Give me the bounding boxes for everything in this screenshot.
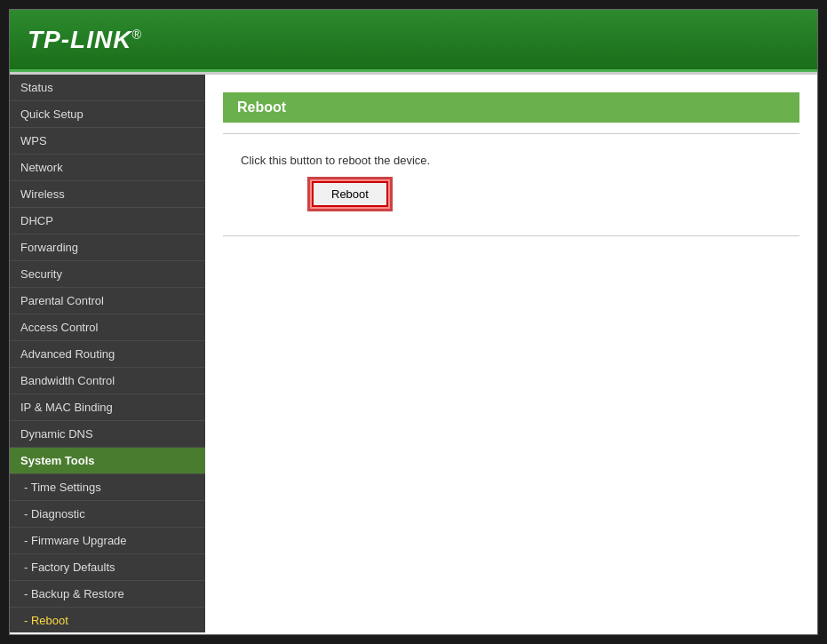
reboot-button-wrapper: Reboot — [205, 176, 817, 225]
sidebar-item-time-settings[interactable]: - Time Settings — [10, 474, 205, 501]
sidebar-item-factory-defaults[interactable]: - Factory Defaults — [10, 554, 205, 581]
sidebar-item-wps[interactable]: WPS — [10, 128, 205, 155]
sidebar-item-dynamic-dns[interactable]: Dynamic DNS — [10, 421, 205, 448]
sidebar-item-dhcp[interactable]: DHCP — [10, 208, 205, 235]
sidebar-item-wireless[interactable]: Wireless — [10, 181, 205, 208]
sidebar-item-status[interactable]: Status — [10, 75, 205, 101]
logo-reg: ® — [131, 27, 141, 41]
sidebar-item-bandwidth-control[interactable]: Bandwidth Control — [10, 368, 205, 394]
logo-text: TP-LINK — [28, 26, 131, 53]
sidebar-item-firmware-upgrade[interactable]: - Firmware Upgrade — [10, 528, 205, 554]
divider-top — [223, 133, 799, 134]
logo: TP-LINK® — [28, 26, 142, 54]
sidebar-item-security[interactable]: Security — [10, 261, 205, 288]
sidebar-item-forwarding[interactable]: Forwarding — [10, 235, 205, 261]
sidebar-item-parental-control[interactable]: Parental Control — [10, 288, 205, 314]
sidebar-item-diagnostic[interactable]: - Diagnostic — [10, 501, 205, 528]
app-wrapper: TP-LINK® StatusQuick SetupWPSNetworkWire… — [9, 9, 818, 635]
sidebar-item-advanced-routing[interactable]: Advanced Routing — [10, 341, 205, 368]
sidebar: StatusQuick SetupWPSNetworkWirelessDHCPF… — [10, 75, 205, 632]
header: TP-LINK® — [10, 10, 817, 72]
sidebar-item-network[interactable]: Network — [10, 155, 205, 181]
reboot-description: Click this button to reboot the device. — [205, 145, 817, 176]
sidebar-item-quick-setup[interactable]: Quick Setup — [10, 101, 205, 128]
sidebar-item-system-tools[interactable]: System Tools — [10, 448, 205, 474]
sidebar-item-backup-restore[interactable]: - Backup & Restore — [10, 581, 205, 608]
reboot-button[interactable]: Reboot — [312, 181, 388, 207]
page-title: Reboot — [223, 92, 799, 123]
sidebar-item-ip-mac-binding[interactable]: IP & MAC Binding — [10, 394, 205, 421]
sidebar-item-reboot[interactable]: - Reboot — [10, 608, 205, 632]
divider-bottom — [223, 235, 799, 236]
content-area: StatusQuick SetupWPSNetworkWirelessDHCPF… — [10, 72, 817, 632]
sidebar-item-access-control[interactable]: Access Control — [10, 314, 205, 341]
main-content: Reboot Click this button to reboot the d… — [205, 75, 817, 632]
